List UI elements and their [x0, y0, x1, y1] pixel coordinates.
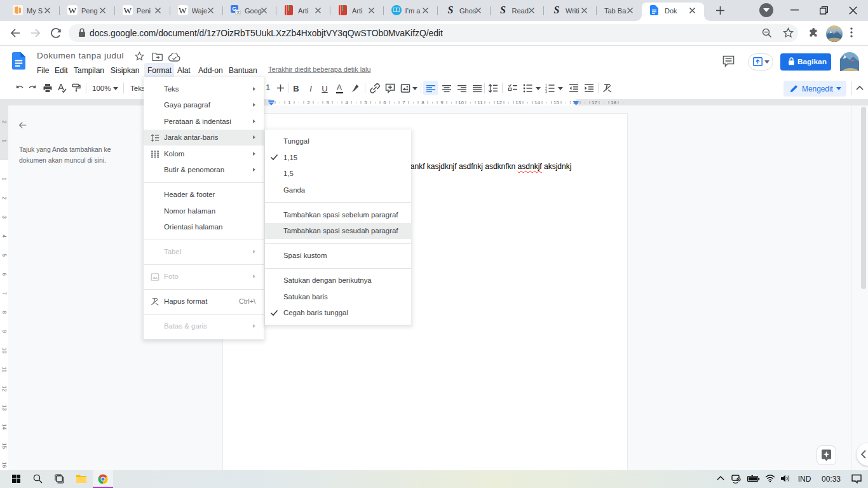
svg-text:1: 1 [1, 177, 8, 180]
svg-text:9: 9 [440, 100, 444, 105]
svg-text:8: 8 [421, 100, 424, 105]
svg-text:11: 11 [1, 367, 8, 372]
svg-text:2: 2 [307, 100, 310, 105]
svg-text:14: 14 [1, 424, 8, 430]
svg-text:3: 3 [545, 90, 547, 93]
svg-text:4: 4 [1, 234, 8, 238]
svg-text:3: 3 [326, 100, 329, 105]
svg-text:11: 11 [477, 100, 483, 105]
svg-text:4: 4 [345, 100, 348, 105]
svg-text:6: 6 [383, 100, 386, 105]
svg-text:7: 7 [402, 100, 405, 105]
svg-text:15: 15 [553, 100, 559, 105]
svg-text:14: 14 [534, 100, 540, 105]
svg-text:7: 7 [1, 292, 8, 295]
svg-text:2: 2 [1, 120, 8, 123]
svg-text:6: 6 [1, 273, 8, 276]
svg-text:5: 5 [1, 254, 8, 257]
svg-text:13: 13 [1, 405, 8, 411]
svg-text:3: 3 [1, 215, 8, 219]
svg-text:10: 10 [458, 100, 464, 105]
svg-text:9: 9 [1, 330, 8, 333]
svg-text:12: 12 [496, 100, 502, 105]
svg-text:8: 8 [1, 311, 8, 314]
svg-text:2: 2 [1, 196, 8, 200]
svg-text:10: 10 [1, 348, 8, 354]
svg-text:1: 1 [288, 100, 291, 105]
svg-text:15: 15 [1, 443, 8, 449]
svg-text:13: 13 [515, 100, 521, 105]
svg-text:12: 12 [1, 386, 8, 392]
svg-text:16: 16 [1, 462, 8, 468]
svg-text:18: 18 [611, 100, 616, 105]
svg-text:5: 5 [364, 100, 367, 105]
svg-text:17: 17 [592, 100, 597, 105]
svg-text:1: 1 [1, 139, 8, 142]
